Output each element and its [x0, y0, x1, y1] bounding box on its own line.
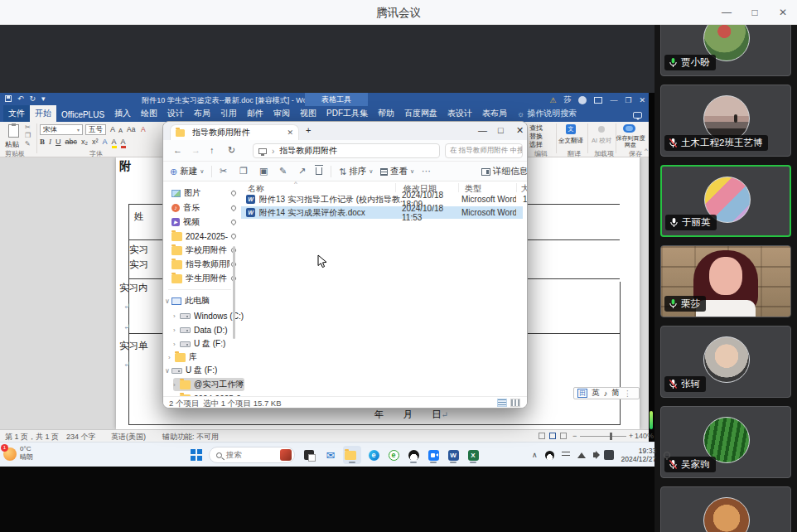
new-button[interactable]: ⊕ 新建 ∨ [170, 166, 204, 177]
clear-format-icon[interactable]: A [141, 125, 146, 133]
paste-icon[interactable]: ▣ [259, 166, 268, 177]
tell-me-search[interactable]: ☼ 操作说明搜索 [512, 105, 582, 122]
cut-icon[interactable]: ✂ [25, 123, 31, 131]
copy-icon[interactable]: ❐ [239, 166, 248, 177]
explorer-tab[interactable]: 指导教师用附件 ✕ [170, 124, 299, 140]
tab-help[interactable]: 帮助 [373, 105, 399, 122]
tab-table-layout[interactable]: 表布局 [477, 105, 512, 122]
tab-references[interactable]: 引用 [215, 105, 242, 122]
nav-item-usb-drive[interactable]: ∨U 盘 (F:) [165, 364, 236, 377]
read-mode-icon[interactable] [539, 433, 545, 439]
close-button[interactable]: ✕ [769, 0, 797, 25]
start-button[interactable] [187, 446, 205, 464]
participant-tile-video[interactable]: 栗莎 [660, 245, 791, 317]
nav-scrollbar[interactable] [233, 246, 235, 339]
file-explorer-app-button[interactable] [343, 446, 361, 464]
word-restore-button[interactable]: ❐ [625, 96, 631, 104]
select-button[interactable]: 选择 [529, 140, 543, 149]
zoom-slider[interactable] [580, 436, 626, 437]
tab-insert[interactable]: 插入 [109, 105, 136, 122]
refresh-icon[interactable]: ↻ [228, 145, 235, 156]
explorer-maximize-button[interactable]: □ [498, 125, 504, 135]
account-avatar[interactable] [578, 96, 587, 104]
participant-tile[interactable]: 吴家驹 [660, 406, 791, 478]
details-pane-button[interactable]: 详细信息 [481, 166, 528, 177]
cut-icon[interactable]: ✂ [220, 166, 227, 177]
more-icon[interactable]: ⋯ [422, 166, 431, 177]
copy-icon[interactable]: ❐ [25, 132, 31, 139]
participant-tile[interactable]: 贾小盼 [660, 25, 791, 76]
ribbon-display-icon[interactable] [594, 97, 602, 104]
underline-icon[interactable]: U [56, 138, 61, 146]
edge-app-button[interactable]: e [365, 446, 383, 464]
bold-icon[interactable]: B [40, 138, 45, 146]
tab-review[interactable]: 审阅 [268, 105, 295, 122]
mail-app-button[interactable]: ✉ [321, 446, 340, 464]
qq-tray-icon[interactable] [545, 451, 554, 460]
up-icon[interactable]: ↑ [210, 145, 215, 155]
nav-item-pictures[interactable]: 图片 [165, 186, 236, 200]
ime-charset-mode[interactable]: 简 [611, 388, 620, 399]
back-icon[interactable]: ← [173, 145, 182, 155]
settings-tray-icon[interactable] [562, 452, 570, 458]
tab-mailings[interactable]: 邮件 [242, 105, 268, 122]
word-app-button[interactable]: W [444, 446, 462, 464]
print-layout-icon[interactable] [549, 433, 556, 439]
nav-item-folder[interactable]: 学生用附件 [165, 272, 236, 285]
search-box[interactable]: 在 指导教师用附件 中搜索 [445, 143, 523, 158]
translate-icon[interactable]: 文 [566, 124, 576, 134]
subscript-icon[interactable]: x₂ [81, 138, 88, 146]
nav-item-selected-folder[interactable]: ›@实习工作簿 [173, 378, 244, 391]
zoom-in-icon[interactable]: + [629, 432, 633, 440]
chevron-right-icon[interactable]: › [168, 354, 175, 361]
chevron-right-icon[interactable]: › [173, 341, 180, 348]
tab-close-icon[interactable]: ✕ [287, 128, 293, 137]
ime-logo-icon[interactable]: 田 [577, 389, 587, 398]
ime-toolbar[interactable]: 田 英 ♪ 简 ⋮ [573, 387, 640, 399]
translate-button[interactable]: 全文翻译 [558, 137, 583, 145]
tab-pdf-tools[interactable]: PDF工具集 [321, 105, 373, 122]
highlight-icon[interactable]: A [112, 138, 117, 148]
change-case-icon[interactable]: Aa [127, 125, 135, 133]
web-layout-icon[interactable] [560, 433, 567, 439]
zoom-slider-thumb[interactable] [610, 433, 612, 440]
network-icon[interactable] [577, 452, 586, 458]
tab-design[interactable]: 设计 [162, 105, 189, 122]
undo-icon[interactable]: ↶ [17, 94, 24, 103]
minimize-button[interactable]: — [712, 0, 741, 25]
qa-caret-icon[interactable]: ▾ [41, 94, 46, 103]
zoom-out-icon[interactable]: − [572, 432, 577, 440]
sort-button[interactable]: ⇅ 排序 ∨ [339, 166, 373, 177]
chevron-right-icon[interactable]: › [173, 312, 180, 320]
superscript-icon[interactable]: x² [92, 138, 99, 146]
word-minimize-button[interactable]: — [610, 96, 617, 104]
strikethrough-icon[interactable]: abc [65, 138, 78, 146]
qq-app-button[interactable] [404, 446, 423, 464]
volume-icon[interactable] [593, 452, 597, 457]
nav-item-folder[interactable]: 2024-2025- [165, 230, 236, 243]
nav-item-folder[interactable]: 指导教师用附 [165, 258, 236, 271]
nav-item-this-pc[interactable]: ∨此电脑 [165, 294, 236, 307]
tab-layout[interactable]: 布局 [189, 105, 215, 122]
ime-more-icon[interactable]: ⋮ [624, 389, 632, 398]
tab-view[interactable]: 视图 [295, 105, 321, 122]
share-icon[interactable]: ↗ [298, 166, 306, 177]
file-row[interactable]: W 附件13 实习指导工作记录 (校内指导教... 2024/10/18 18:… [241, 193, 523, 206]
notification-bell-icon[interactable] [664, 452, 670, 458]
tab-officeplus[interactable]: OfficePLUS [56, 108, 109, 122]
details-view-toggle-icon[interactable] [497, 399, 507, 407]
browser-app-button[interactable]: e [384, 446, 403, 464]
comment-icon[interactable] [633, 112, 642, 118]
meeting-app-button[interactable] [424, 446, 442, 464]
nav-item-library[interactable]: ›库 [168, 351, 239, 364]
format-painter-icon[interactable]: ✎ [25, 140, 31, 148]
delete-icon[interactable] [316, 166, 322, 175]
participant-tile[interactable] [660, 486, 791, 532]
font-color-icon[interactable]: A [121, 138, 126, 148]
italic-icon[interactable]: I [49, 138, 51, 146]
ime-language-mode[interactable]: 英 [592, 388, 600, 399]
word-close-button[interactable]: ✕ [639, 96, 645, 104]
explorer-minimize-button[interactable]: — [478, 125, 487, 135]
large-icons-view-toggle-icon[interactable] [510, 399, 520, 407]
new-tab-button[interactable]: + [306, 125, 311, 135]
